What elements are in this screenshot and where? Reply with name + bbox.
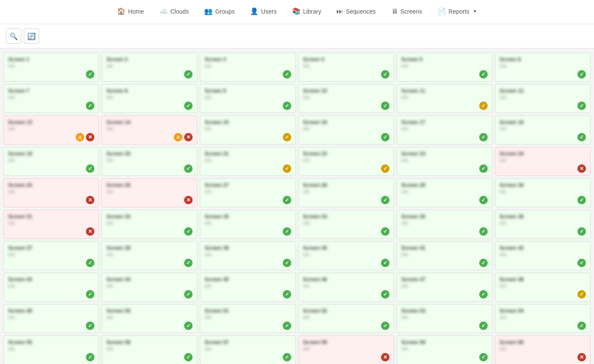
card-footer: ✓: [205, 164, 291, 173]
screen-card[interactable]: Screen 28info✓: [298, 178, 394, 207]
screen-card[interactable]: Screen 38info✓: [102, 241, 197, 270]
status-icon: ✓: [577, 133, 586, 141]
screen-card[interactable]: Screen 4info✓: [298, 53, 394, 82]
card-subtitle: info: [500, 158, 586, 163]
nav-home[interactable]: 🏠 Home: [109, 0, 151, 24]
screen-card[interactable]: Screen 44info✓: [102, 273, 197, 302]
screen-card[interactable]: Screen 32info✓: [102, 210, 197, 239]
screen-card[interactable]: Screen 49info✓: [3, 304, 99, 333]
screen-card[interactable]: Screen 24info✕: [495, 147, 591, 176]
screen-card[interactable]: Screen 27info✓: [200, 178, 296, 207]
nav-screens[interactable]: 🖥 Screens: [384, 0, 430, 24]
card-subtitle: info: [303, 315, 389, 320]
card-footer: ✓: [401, 196, 488, 204]
screen-card[interactable]: Screen 19info✓: [3, 147, 99, 176]
status-icon: ✓: [381, 259, 389, 267]
screen-card[interactable]: Screen 31info✕: [3, 210, 99, 239]
status-icon: ✓: [184, 227, 193, 236]
screen-card[interactable]: Screen 12info✓: [495, 84, 591, 113]
card-footer: ✕: [8, 227, 94, 236]
screen-card[interactable]: Screen 45info✓: [200, 273, 296, 302]
screen-card[interactable]: Screen 48info✓: [495, 273, 591, 302]
nav-sequences[interactable]: ⏭ Sequences: [329, 0, 383, 24]
card-subtitle: info: [205, 95, 291, 100]
screen-card[interactable]: Screen 29info✓: [397, 178, 492, 207]
screen-card[interactable]: Screen 58info✕: [298, 336, 394, 364]
status-icon: ✓: [184, 102, 193, 110]
screen-card[interactable]: Screen 23info✓: [397, 147, 492, 176]
screen-card[interactable]: Screen 57info✓: [200, 336, 296, 364]
nav-users[interactable]: 👤 Users: [242, 0, 284, 24]
screen-card[interactable]: Screen 34info✓: [298, 210, 394, 239]
screen-card[interactable]: Screen 36info✓: [495, 210, 591, 239]
screen-card[interactable]: Screen 25info✕: [3, 178, 99, 207]
screen-card[interactable]: Screen 14info⚠✕: [102, 116, 197, 144]
screen-card[interactable]: Screen 26info✕: [102, 178, 197, 207]
card-footer: ✓: [106, 102, 193, 110]
screen-card[interactable]: Screen 1info✓: [3, 53, 99, 82]
card-title: Screen 2: [106, 56, 193, 62]
card-title: Screen 24: [500, 151, 586, 157]
card-title: Screen 11: [401, 88, 488, 94]
screen-card[interactable]: Screen 39info✓: [200, 241, 296, 270]
card-footer: ✓: [401, 133, 488, 141]
screen-card[interactable]: Screen 50info✓: [102, 304, 197, 333]
nav-groups[interactable]: 👥 Groups: [196, 0, 242, 24]
screen-card[interactable]: Screen 6info✓: [495, 53, 591, 82]
card-subtitle: info: [205, 189, 291, 194]
nav-reports[interactable]: 📄 Reports ▼: [430, 0, 485, 24]
screen-card[interactable]: Screen 22info✓: [298, 147, 394, 176]
screen-card[interactable]: Screen 52info✓: [298, 304, 394, 333]
screen-card[interactable]: Screen 47info✓: [397, 273, 492, 302]
card-title: Screen 32: [106, 214, 193, 220]
screen-card[interactable]: Screen 3info✓: [200, 53, 296, 82]
screen-card[interactable]: Screen 7info✓: [3, 84, 99, 113]
screen-card[interactable]: Screen 53info✓: [397, 304, 492, 333]
screen-card[interactable]: Screen 9info✓: [200, 84, 296, 113]
card-footer: ✓: [205, 70, 291, 79]
card-title: Screen 3: [205, 56, 291, 62]
search-button[interactable]: 🔍: [6, 28, 21, 44]
screen-card[interactable]: Screen 46info✓: [298, 273, 394, 302]
card-subtitle: info: [205, 221, 291, 226]
screen-card[interactable]: Screen 30info✓: [495, 178, 591, 207]
screen-card[interactable]: Screen 11info✓: [397, 84, 492, 113]
card-footer: ✓: [401, 102, 488, 110]
screen-card[interactable]: Screen 33info✓: [200, 210, 296, 239]
screen-card[interactable]: Screen 16info✓: [298, 116, 394, 144]
screen-card[interactable]: Screen 5info✓: [397, 53, 492, 82]
refresh-button[interactable]: 🔄: [24, 28, 39, 44]
screen-card[interactable]: Screen 20info✓: [102, 147, 197, 176]
screen-card[interactable]: Screen 15info✓: [200, 116, 296, 144]
card-footer: ✓: [401, 259, 488, 267]
nav-library[interactable]: 📚 Library: [284, 0, 329, 24]
screen-card[interactable]: Screen 17info✓: [397, 116, 492, 144]
screen-card[interactable]: Screen 35info✓: [397, 210, 492, 239]
status-icon: ✕: [86, 227, 94, 236]
screen-card[interactable]: Screen 41info✓: [397, 241, 492, 270]
nav-clouds[interactable]: ☁️ Clouds: [152, 0, 197, 24]
screen-card[interactable]: Screen 43info✓: [3, 273, 99, 302]
screen-card[interactable]: Screen 55info✓: [3, 336, 99, 364]
screen-card[interactable]: Screen 2info✓: [102, 53, 197, 82]
sequences-icon: ⏭: [336, 8, 343, 15]
screen-card[interactable]: Screen 42info✓: [495, 241, 591, 270]
screen-card[interactable]: Screen 8info✓: [102, 84, 197, 113]
screen-card[interactable]: Screen 37info✓: [3, 241, 99, 270]
status-icon: ✓: [381, 322, 389, 330]
screen-card[interactable]: Screen 18info✓: [495, 116, 591, 144]
screen-card[interactable]: Screen 54info✓: [495, 304, 591, 333]
card-title: Screen 49: [8, 308, 94, 314]
card-subtitle: info: [8, 127, 94, 131]
screen-card[interactable]: Screen 40info✓: [298, 241, 394, 270]
screen-card[interactable]: Screen 13info⚠✕: [3, 116, 99, 144]
screen-card[interactable]: Screen 56info✓: [102, 336, 197, 364]
card-subtitle: info: [106, 64, 193, 68]
card-subtitle: info: [303, 221, 389, 226]
screen-card[interactable]: Screen 21info✓: [200, 147, 296, 176]
card-subtitle: info: [106, 347, 193, 351]
screen-card[interactable]: Screen 59info✓: [397, 336, 492, 364]
screen-card[interactable]: Screen 60info✕: [495, 336, 591, 364]
screen-card[interactable]: Screen 51info✓: [200, 304, 296, 333]
screen-card[interactable]: Screen 10info✓: [298, 84, 394, 113]
